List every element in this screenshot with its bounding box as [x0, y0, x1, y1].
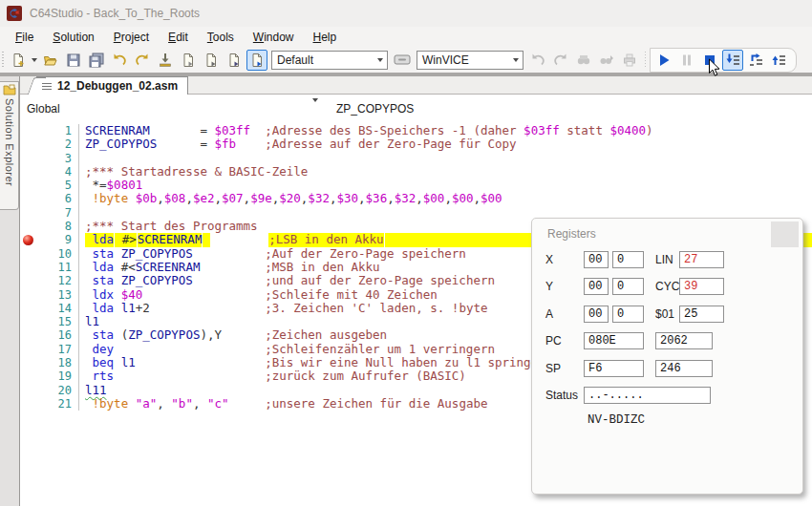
line-text[interactable]: SCREENRAM = $03ff ;Adresse des BS-Speich…: [79, 124, 812, 137]
breakpoint-gutter[interactable]: [20, 328, 35, 342]
toolbar-separator: [645, 52, 646, 69]
scope-combo[interactable]: Global: [20, 95, 318, 122]
stop-button[interactable]: [699, 50, 720, 71]
breakpoint-gutter[interactable]: [20, 261, 35, 274]
register-label: X: [545, 253, 584, 266]
reg-x-dec-field[interactable]: 0: [612, 251, 644, 268]
register-label: A: [545, 307, 584, 321]
reg-sp-field[interactable]: F6: [584, 360, 644, 377]
breakpoint-gutter[interactable]: [20, 165, 35, 179]
breakpoint-gutter[interactable]: [20, 137, 35, 151]
reg-a-dec-field[interactable]: 0: [612, 306, 644, 323]
pause-button[interactable]: [676, 50, 697, 71]
build-config-combo[interactable]: Default: [271, 51, 388, 70]
menu-tools[interactable]: Tools: [198, 28, 244, 47]
breakpoint-gutter[interactable]: [20, 152, 35, 165]
run-button[interactable]: [653, 50, 674, 71]
solution-explorer-label: Solution Explorer: [4, 98, 15, 186]
build-all-button[interactable]: [224, 50, 245, 71]
reg-status-field[interactable]: ..-.....: [584, 387, 711, 404]
download-output-button[interactable]: [155, 50, 176, 71]
reg-cyc-field[interactable]: 39: [679, 278, 724, 295]
line-text[interactable]: !byte $0b,$08,$e2,$07,$9e,$20,$32,$30,$3…: [79, 192, 812, 205]
new-document-button[interactable]: [8, 50, 29, 71]
breakpoint-gutter[interactable]: [20, 384, 35, 397]
tab-12-debuggen-02-asm[interactable]: 12_Debuggen_02.asm: [36, 76, 188, 95]
step-out-button[interactable]: [768, 50, 789, 71]
reg-pc-field[interactable]: 080E: [584, 332, 644, 349]
redo-button[interactable]: [550, 50, 571, 71]
registers-panel: Registers X000LIN27Y000CYC39A000$0125PC0…: [531, 218, 803, 495]
line-number: 13: [35, 288, 79, 302]
reg-pc-dec-field[interactable]: 2062: [655, 332, 713, 349]
reg-s01-field[interactable]: 25: [679, 306, 724, 323]
breakpoint-gutter[interactable]: [20, 397, 35, 411]
breakpoint-gutter[interactable]: [20, 302, 35, 315]
breakpoint-gutter[interactable]: [20, 192, 35, 205]
symbol-combo[interactable]: ZP_COPYPOS: [318, 95, 414, 122]
reg-y-dec-field[interactable]: 0: [612, 278, 644, 295]
line-number: 3: [35, 152, 79, 165]
reg-y-field[interactable]: 00: [584, 278, 609, 295]
build-active-document-button[interactable]: [246, 50, 267, 71]
step-over-button[interactable]: [745, 50, 766, 71]
breakpoint-gutter[interactable]: [20, 179, 35, 192]
reg-lin-field[interactable]: 27: [679, 251, 724, 268]
breakpoint-gutter[interactable]: [20, 369, 35, 383]
save-button[interactable]: [63, 50, 84, 71]
menu-help[interactable]: Help: [304, 28, 347, 47]
menu-file[interactable]: File: [6, 28, 43, 47]
line-text[interactable]: ;*** Startadresse & BASIC-Zeile: [79, 165, 812, 179]
undo-button[interactable]: [527, 50, 548, 71]
line-number: 8: [35, 220, 79, 233]
chevron-down-icon[interactable]: [373, 52, 387, 69]
menu-project[interactable]: Project: [104, 28, 159, 47]
open-file-button[interactable]: [40, 50, 61, 71]
new-document-caret[interactable]: [30, 50, 39, 71]
reg-x-field[interactable]: 00: [584, 251, 609, 268]
line-text[interactable]: ZP_COPYPOS = $fb ;Adresse auf der Zero-P…: [79, 137, 812, 151]
reg-a-field[interactable]: 00: [584, 306, 609, 323]
undo-changes-button[interactable]: [109, 50, 130, 71]
breakpoint-gutter[interactable]: [20, 124, 35, 137]
menu-edit[interactable]: Edit: [159, 28, 198, 47]
registers-panel-button[interactable]: [771, 221, 799, 247]
print-button[interactable]: [619, 50, 640, 71]
breakpoint-gutter[interactable]: [20, 206, 35, 220]
breakpoint-gutter[interactable]: [20, 315, 35, 328]
line-number: 16: [35, 328, 79, 342]
chevron-down-icon[interactable]: [508, 52, 523, 69]
disk-drive-icon[interactable]: [392, 50, 413, 71]
registers-title: Registers: [547, 227, 596, 241]
solution-explorer-tab[interactable]: Solution Explorer: [0, 81, 19, 210]
menu-solution[interactable]: Solution: [43, 28, 103, 47]
emulator-combo[interactable]: WinVICE: [417, 51, 524, 70]
step-into-button[interactable]: [722, 50, 743, 71]
line-number: 5: [35, 179, 79, 192]
debug-toolbar: [650, 48, 797, 73]
compile-button[interactable]: [178, 50, 199, 71]
line-text[interactable]: [79, 152, 812, 165]
save-all-button[interactable]: [86, 50, 107, 71]
redo-changes-button[interactable]: [132, 50, 153, 71]
menu-window[interactable]: Window: [244, 28, 304, 47]
register-label-cyc: CYC: [655, 280, 679, 293]
reg-sp-dec-field[interactable]: 246: [655, 360, 713, 377]
scope-value: Global: [20, 102, 60, 116]
line-text[interactable]: *=$0801: [79, 179, 812, 192]
breakpoint-gutter[interactable]: [20, 233, 35, 246]
breakpoint-gutter[interactable]: [20, 343, 35, 356]
breakpoint-gutter[interactable]: [20, 247, 35, 261]
breakpoint-gutter[interactable]: [20, 274, 35, 287]
find-button[interactable]: [573, 50, 594, 71]
code-line-6: 6 !byte $0b,$08,$e2,$07,$9e,$20,$32,$30,…: [20, 192, 812, 205]
register-row-x: X000LIN27: [532, 250, 802, 268]
register-label: PC: [545, 334, 584, 348]
breakpoint-gutter[interactable]: [20, 288, 35, 302]
toolbar-grip[interactable]: [2, 52, 4, 69]
breakpoint-icon[interactable]: [23, 235, 33, 245]
compile-to-file-button[interactable]: [201, 50, 222, 71]
find-next-button[interactable]: [596, 50, 617, 71]
breakpoint-gutter[interactable]: [20, 220, 35, 233]
breakpoint-gutter[interactable]: [20, 356, 35, 369]
